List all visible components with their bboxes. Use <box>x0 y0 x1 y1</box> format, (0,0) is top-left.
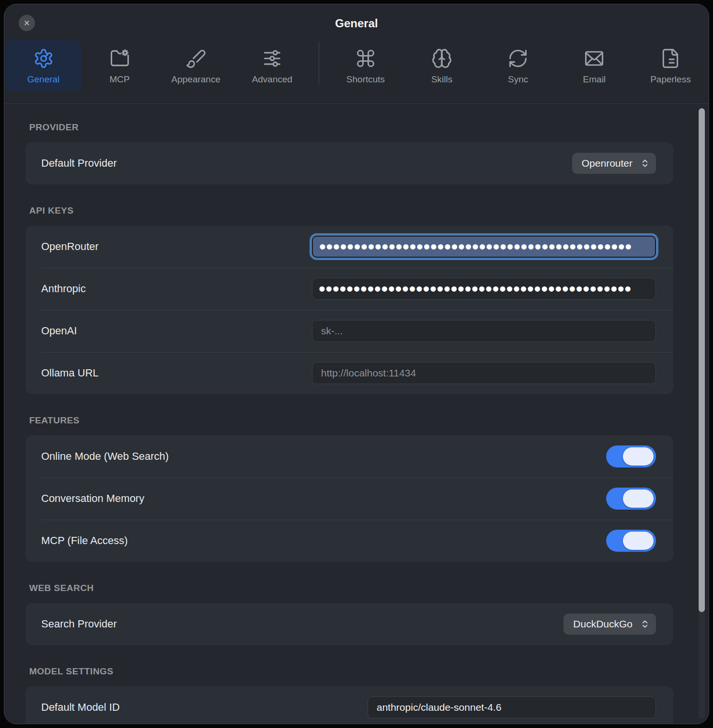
tab-email[interactable]: Email <box>556 40 632 91</box>
row-label: Default Provider <box>41 157 117 170</box>
select-value: DuckDuckGo <box>573 618 632 630</box>
row-openrouter-key: OpenRouter <box>25 226 673 268</box>
tab-label: General <box>27 74 60 85</box>
row-label: OpenAI <box>41 325 77 337</box>
row-label: Online Mode (Web Search) <box>41 450 169 463</box>
card: Default Model ID <box>25 686 673 724</box>
brain-icon <box>431 47 452 70</box>
tab-label: Skills <box>431 74 452 85</box>
online-mode-toggle[interactable] <box>606 445 656 467</box>
row-label: OpenRouter <box>41 240 99 253</box>
mcp-file-access-toggle[interactable] <box>606 530 656 552</box>
tab-sync[interactable]: Sync <box>480 40 556 91</box>
chevron-up-down-icon <box>640 619 650 629</box>
tab-label: Sync <box>508 74 528 85</box>
search-provider-select[interactable]: DuckDuckGo <box>564 614 656 635</box>
card: Online Mode (Web Search) Conversation Me… <box>25 435 673 562</box>
row-label: Default Model ID <box>41 701 120 714</box>
section-title: WEB SEARCH <box>29 583 673 594</box>
row-label: MCP (File Access) <box>41 535 128 547</box>
section-model-settings: MODEL SETTINGS Default Model ID <box>25 666 673 724</box>
tab-label: Appearance <box>172 74 220 85</box>
select-value: Openrouter <box>582 158 632 169</box>
anthropic-key-input[interactable] <box>312 278 656 300</box>
tab-label: Email <box>583 74 606 85</box>
toolbar-divider <box>319 42 319 85</box>
toggle-knob <box>623 447 654 466</box>
tab-label: MCP <box>110 74 130 85</box>
tab-advanced[interactable]: Advanced <box>234 40 310 91</box>
gear-icon <box>33 47 54 70</box>
settings-content: PROVIDER Default Provider Openrouter API… <box>4 104 709 724</box>
page-title: General <box>4 17 709 30</box>
default-provider-select[interactable]: Openrouter <box>572 153 656 174</box>
card: OpenRouter Anthropic OpenAI Ollama URL <box>25 226 673 394</box>
chevron-up-down-icon <box>640 159 650 168</box>
section-title: PROVIDER <box>29 122 673 134</box>
row-online-mode: Online Mode (Web Search) <box>25 435 673 478</box>
section-api-keys: API KEYS OpenRouter Anthropic OpenAI Oll… <box>25 205 673 394</box>
tab-paperless[interactable]: Paperless <box>632 40 709 91</box>
section-features: FEATURES Online Mode (Web Search) Conver… <box>25 415 673 562</box>
conversation-memory-toggle[interactable] <box>606 488 656 510</box>
openrouter-key-input[interactable] <box>312 236 656 258</box>
toggle-knob <box>623 532 654 550</box>
row-search-provider: Search Provider DuckDuckGo <box>25 603 673 645</box>
tab-shortcuts[interactable]: Shortcuts <box>327 40 403 91</box>
document-icon <box>660 47 681 70</box>
toolbar: General MCP Appearance <box>4 40 709 91</box>
section-web-search: WEB SEARCH Search Provider DuckDuckGo <box>25 583 673 645</box>
row-mcp-file-access: MCP (File Access) <box>25 520 673 562</box>
row-ollama-url: Ollama URL <box>25 352 673 394</box>
tab-label: Shortcuts <box>346 74 385 85</box>
settings-window: General General MCP <box>4 4 709 724</box>
tab-label: Advanced <box>252 74 293 85</box>
envelope-icon <box>584 47 605 70</box>
tab-general[interactable]: General <box>5 40 81 91</box>
tab-appearance[interactable]: Appearance <box>158 40 234 91</box>
row-label: Anthropic <box>41 283 86 295</box>
openai-key-input[interactable] <box>312 320 656 342</box>
paintbrush-icon <box>185 47 207 70</box>
folder-gear-icon <box>109 47 130 70</box>
card: Default Provider Openrouter <box>25 142 673 184</box>
card: Search Provider DuckDuckGo <box>25 603 673 645</box>
section-title: FEATURES <box>29 415 673 427</box>
scrollbar-thumb[interactable] <box>699 108 705 612</box>
command-icon <box>355 47 376 70</box>
tab-mcp[interactable]: MCP <box>81 40 158 91</box>
row-anthropic-key: Anthropic <box>25 268 673 310</box>
tab-skills[interactable]: Skills <box>404 40 480 91</box>
section-title: API KEYS <box>29 205 673 217</box>
row-label: Conversation Memory <box>41 492 144 505</box>
tab-label: Paperless <box>650 74 691 85</box>
sync-icon <box>507 47 529 70</box>
row-conversation-memory: Conversation Memory <box>25 478 673 520</box>
row-default-provider: Default Provider Openrouter <box>25 142 673 184</box>
row-label: Ollama URL <box>41 367 99 379</box>
section-provider: PROVIDER Default Provider Openrouter <box>25 122 673 184</box>
sliders-icon <box>262 47 283 70</box>
default-model-id-input[interactable] <box>368 696 656 718</box>
section-title: MODEL SETTINGS <box>29 666 673 678</box>
row-openai-key: OpenAI <box>25 310 673 352</box>
ollama-url-input[interactable] <box>312 362 656 384</box>
row-default-model-id: Default Model ID <box>25 686 673 724</box>
row-label: Search Provider <box>41 618 117 630</box>
scrollbar-track[interactable] <box>699 108 705 719</box>
toggle-knob <box>623 489 654 508</box>
titlebar: General <box>4 4 709 39</box>
